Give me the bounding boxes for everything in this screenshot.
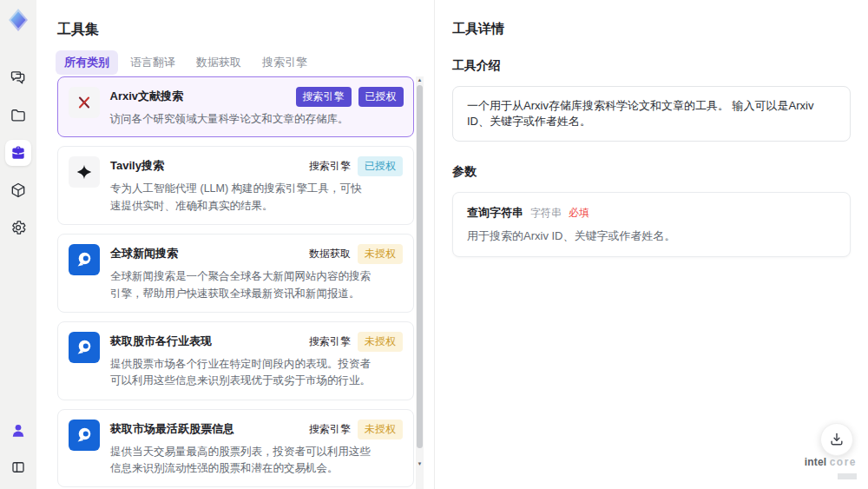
intel-brand-text: intel (805, 456, 827, 468)
tool-card[interactable]: 获取股市各行业表现搜索引擎未授权提供股票市场各个行业在特定时间段内的表现。投资者… (57, 321, 414, 400)
sidebar-bottom (5, 418, 31, 480)
sidebar (0, 0, 36, 489)
tab-search-engine[interactable]: 搜索引擎 (253, 50, 316, 75)
tool-category-badge: 搜索引擎 (296, 87, 352, 107)
tool-detail-panel: 工具详情 工具介绍 一个用于从Arxiv存储库搜索科学论文和文章的工具。 输入可… (434, 0, 868, 489)
parameter-card: 查询字符串 字符串 必填 用于搜索的Arxiv ID、关键字或作者姓名。 (452, 192, 851, 257)
sidebar-nav (5, 65, 31, 241)
tool-card[interactable]: 获取市场最活跃股票信息搜索引擎未授权提供当天交易量最高的股票列表，投资者可以利用… (57, 409, 414, 488)
download-icon (828, 431, 845, 448)
detail-title: 工具详情 (452, 21, 851, 37)
tool-category-badge: 数据获取 (309, 244, 351, 264)
scroll-down-icon[interactable]: ▼ (416, 460, 424, 467)
tool-card[interactable]: Arxiv文献搜索搜索引擎已授权访问各个研究领域大量科学论文和文章的存储库。 (57, 76, 414, 137)
parameter-description: 用于搜索的Arxiv ID、关键字或作者姓名。 (467, 228, 836, 244)
cube-icon (10, 182, 27, 199)
download-button[interactable] (820, 423, 853, 456)
arxiv-x-icon (69, 87, 100, 118)
tool-name: Arxiv文献搜索 (110, 87, 184, 104)
sidebar-item-models[interactable] (5, 177, 31, 203)
tool-description: 提供股票市场各个行业在特定时间段内的表现。投资者可以利用这些信息来识别表现优于或… (110, 356, 372, 390)
tool-description: 全球新闻搜索是一个聚合全球各大新闻网站内容的搜索引擎，帮助用户快速获取全球最新资… (110, 268, 372, 302)
tool-name: 获取股市各行业表现 (110, 332, 212, 349)
tool-intro-text: 一个用于从Arxiv存储库搜索科学论文和文章的工具。 输入可以是Arxiv ID… (467, 99, 813, 128)
juhe-data-icon (69, 332, 100, 363)
tool-auth-badge: 未授权 (358, 244, 403, 264)
parameter-type: 字符串 (530, 206, 562, 221)
intel-logo-bar (838, 473, 857, 479)
tool-description: 访问各个研究领域大量科学论文和文章的存储库。 (110, 111, 372, 128)
tool-auth-badge: 未授权 (358, 332, 403, 352)
tab-language-translation[interactable]: 语言翻译 (122, 50, 184, 75)
user-icon (10, 422, 27, 439)
tab-all-categories[interactable]: 所有类别 (56, 50, 118, 75)
panel-icon (10, 459, 26, 475)
sidebar-item-user[interactable] (5, 418, 31, 444)
sidebar-item-chat[interactable] (5, 65, 31, 91)
gem-logo-icon (6, 8, 30, 32)
juhe-data-icon (69, 420, 100, 451)
intel-core-logo: intel core (805, 454, 857, 482)
tab-data-acquisition[interactable]: 数据获取 (187, 50, 250, 75)
tool-list: Arxiv文献搜索搜索引擎已授权访问各个研究领域大量科学论文和文章的存储库。Ta… (57, 76, 414, 489)
tool-description: 专为人工智能代理 (LLM) 构建的搜索引擎工具，可快速提供实时、准确和真实的结… (110, 181, 372, 215)
sidebar-item-settings[interactable] (5, 215, 31, 241)
tool-card[interactable]: Tavily搜索搜索引擎已授权专为人工智能代理 (LLM) 构建的搜索引擎工具，… (57, 146, 414, 225)
intro-section-title: 工具介绍 (452, 58, 851, 74)
core-brand-text: core (830, 456, 857, 468)
tool-name: 全球新闻搜索 (110, 244, 178, 261)
tool-list-panel: 工具集 所有类别语言翻译数据获取搜索引擎 Arxiv文献搜索搜索引擎已授权访问各… (36, 0, 434, 489)
chat-icon (10, 69, 27, 87)
app-window: 工具集 所有类别语言翻译数据获取搜索引擎 Arxiv文献搜索搜索引擎已授权访问各… (0, 0, 868, 489)
tool-intro-box: 一个用于从Arxiv存储库搜索科学论文和文章的工具。 输入可以是Arxiv ID… (452, 86, 851, 142)
gear-icon (10, 219, 27, 236)
parameter-name: 查询字符串 (467, 205, 523, 221)
folder-icon (10, 107, 27, 124)
category-tabs: 所有类别语言翻译数据获取搜索引擎 (56, 50, 316, 75)
tool-auth-badge: 未授权 (358, 420, 403, 439)
tool-name: 获取市场最活跃股票信息 (110, 420, 234, 437)
tool-auth-badge: 已授权 (358, 156, 403, 176)
list-scrollbar[interactable]: ▲ ▼ (416, 76, 424, 489)
juhe-data-icon (69, 244, 100, 275)
sparkle-icon (69, 156, 100, 188)
tool-description: 提供当天交易量最高的股票列表，投资者可以利用这些信息来识别流动性强的股票和潜在的… (110, 444, 372, 478)
tool-category-badge: 搜索引擎 (309, 420, 351, 439)
sidebar-item-collapse[interactable] (5, 454, 31, 480)
page-title: 工具集 (57, 21, 99, 39)
tool-auth-badge: 已授权 (358, 87, 404, 107)
tool-name: Tavily搜索 (110, 156, 164, 174)
tool-card[interactable]: 全球新闻搜索数据获取未授权全球新闻搜索是一个聚合全球各大新闻网站内容的搜索引擎，… (57, 234, 414, 313)
tool-category-badge: 搜索引擎 (309, 332, 351, 352)
scrollbar-thumb[interactable] (417, 85, 423, 448)
tool-category-badge: 搜索引擎 (309, 156, 351, 176)
toolbox-icon (10, 144, 27, 162)
sidebar-item-tools[interactable] (5, 140, 31, 166)
sidebar-item-files[interactable] (5, 102, 31, 129)
params-section-title: 参数 (452, 164, 851, 180)
scroll-up-icon[interactable]: ▲ (416, 76, 424, 83)
parameter-required-badge: 必填 (569, 206, 589, 221)
